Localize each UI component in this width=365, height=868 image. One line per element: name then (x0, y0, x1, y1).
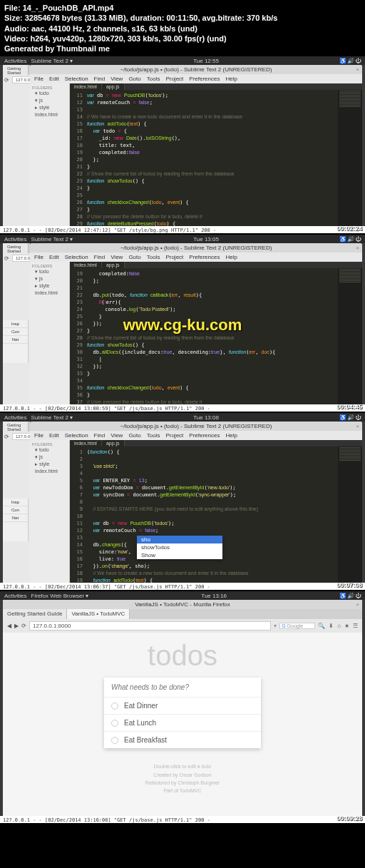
menu-tools[interactable]: Tools (147, 432, 160, 439)
menu-selection[interactable]: Selection (65, 432, 88, 439)
tab-app-js[interactable]: app.js (102, 262, 125, 268)
file-index[interactable]: index.html (32, 468, 67, 474)
app-menu[interactable]: Sublime Text 2 ▾ (31, 414, 73, 421)
code-editor[interactable]: (function() { 'use strict'; var ENTER_KE… (86, 446, 338, 583)
activities-button[interactable]: Activities (4, 58, 27, 64)
autocomplete-item[interactable]: Show (137, 551, 222, 559)
devtools-inspector[interactable]: Insp (3, 499, 28, 506)
menu-view[interactable]: View (110, 254, 123, 260)
close-icon[interactable]: × (356, 601, 359, 608)
menu-preferences[interactable]: Preferences (189, 254, 220, 260)
browser-tab[interactable]: Getting Started Guide (3, 243, 29, 253)
menu-view[interactable]: View (110, 432, 123, 439)
menu-find[interactable]: Find (94, 254, 106, 260)
close-icon[interactable]: × (356, 66, 359, 73)
menu-goto[interactable]: Goto (128, 432, 140, 439)
home-icon[interactable]: ⌂ (337, 623, 341, 629)
file-index[interactable]: index.html (32, 290, 67, 296)
menu-selection[interactable]: Selection (65, 76, 88, 82)
todo-item[interactable]: Eat Lunch (104, 714, 261, 731)
menu-view[interactable]: View (110, 76, 123, 82)
browser-tab-getting-started[interactable]: Getting Started Guide (3, 65, 29, 75)
menu-goto[interactable]: Goto (128, 254, 140, 260)
menu-find[interactable]: Find (94, 432, 106, 439)
autocomplete-item[interactable]: showTodos (137, 543, 222, 551)
menubar[interactable]: File Edit Selection Find View Goto Tools… (30, 74, 362, 83)
folder-js[interactable]: ▾ js (32, 97, 67, 104)
activities-button[interactable]: Activities (4, 236, 27, 242)
toolbar-icons[interactable]: 🔍 ⬇ ⌂ ★ ☰ (318, 623, 358, 629)
file-index[interactable]: index.html (32, 111, 67, 118)
menu-help[interactable]: Help (225, 76, 237, 82)
todo-checkbox[interactable] (111, 703, 118, 710)
tab-app-js[interactable]: app.js (102, 83, 125, 90)
new-todo-input[interactable] (104, 678, 261, 697)
menu-project[interactable]: Project (165, 432, 183, 439)
menu-help[interactable]: Help (225, 254, 237, 260)
todo-item[interactable]: Eat Breakfast (104, 731, 261, 748)
code-editor[interactable]: completed:false }; db.put(todo, function… (86, 268, 338, 404)
code-editor[interactable]: var db = new PouchDB('todos'); var remot… (86, 90, 338, 226)
forward-icon[interactable]: ▶ (14, 623, 19, 629)
activities-button[interactable]: Activities (4, 593, 27, 599)
devtools-inspector[interactable]: Insp (3, 320, 28, 328)
menu-tools[interactable]: Tools (147, 76, 160, 82)
folder-todo[interactable]: ▾ todo (32, 90, 67, 97)
app-menu[interactable]: Sublime Text 2 ▾ (31, 236, 73, 242)
autocomplete-popup[interactable]: sho showTodos Show (137, 536, 222, 559)
menu-selection[interactable]: Selection (65, 254, 88, 260)
tab-index-html[interactable]: index.html (70, 440, 102, 446)
reload-icon[interactable]: ⟳ (4, 255, 9, 262)
menu-preferences[interactable]: Preferences (189, 76, 220, 82)
system-tray[interactable]: ♿🔊⏻ (339, 58, 361, 63)
reload-icon[interactable]: ⟳ (4, 77, 9, 83)
tab-app-js[interactable]: app.js (102, 440, 125, 446)
todo-item[interactable]: Eat Dinner (104, 697, 261, 714)
menu-file[interactable]: File (34, 254, 43, 260)
folder-sidebar[interactable]: FOLDERS ▾ todo ▾ js ▸ style index.html (30, 262, 70, 404)
menu-edit[interactable]: Edit (49, 432, 59, 439)
search-box[interactable]: G Google (279, 623, 315, 629)
app-menu[interactable]: Sublime Text 2 ▾ (31, 58, 73, 64)
menu-goto[interactable]: Goto (128, 76, 140, 82)
system-tray[interactable]: ♿🔊⏻ (339, 414, 361, 420)
menu-file[interactable]: File (34, 432, 43, 439)
tab-index-html[interactable]: index.html (70, 83, 102, 90)
menu-edit[interactable]: Edit (49, 76, 59, 82)
todo-checkbox[interactable] (111, 737, 118, 744)
devtools-network[interactable]: Net (3, 514, 28, 522)
close-icon[interactable]: × (356, 423, 359, 429)
menubar[interactable]: FileEditSelectionFindViewGotoToolsProjec… (30, 431, 362, 440)
devtools-console[interactable]: Con (3, 328, 28, 336)
devtools-network[interactable]: Net (3, 336, 28, 344)
browser-tab[interactable]: Getting Started Guide (3, 422, 29, 432)
browser-tab-getting-started[interactable]: Getting Started Guide (3, 609, 67, 619)
bookmark-icon[interactable]: ★ (344, 623, 349, 629)
back-icon[interactable]: ◀ (7, 623, 11, 629)
todo-checkbox[interactable] (111, 720, 118, 727)
folder-sidebar[interactable]: FOLDERS ▾ todo ▾ js ▸ style index.html (30, 83, 70, 226)
menu-file[interactable]: File (34, 76, 43, 82)
folder-sidebar[interactable]: FOLDERS ▾ todo ▾ js ▸ style index.html (30, 440, 70, 583)
activities-button[interactable]: Activities (4, 414, 27, 421)
folder-js[interactable]: ▾ js (32, 275, 67, 282)
menu-tools[interactable]: Tools (147, 254, 160, 260)
close-icon[interactable]: × (356, 245, 359, 251)
menu-help[interactable]: Help (225, 432, 237, 439)
menu-find[interactable]: Find (94, 76, 106, 82)
folder-js[interactable]: ▾ js (32, 454, 67, 461)
devtools-console[interactable]: Con (3, 506, 28, 514)
menu-preferences[interactable]: Preferences (189, 432, 220, 439)
minimap[interactable] (338, 90, 362, 226)
folder-style[interactable]: ▸ style (32, 104, 67, 111)
url-bar[interactable]: 127.0.0.1:8000 (29, 621, 271, 630)
reload-icon[interactable]: ⟳ (4, 434, 9, 440)
search-icon[interactable]: 🔍 (318, 623, 325, 629)
minimap[interactable] (338, 268, 362, 404)
system-tray[interactable]: ♿🔊⏻ (339, 593, 361, 598)
minimap[interactable] (338, 446, 362, 583)
menu-icon[interactable]: ☰ (353, 623, 358, 629)
folder-todo[interactable]: ▾ todo (32, 268, 67, 275)
app-menu[interactable]: Firefox Web Browser ▾ (31, 593, 89, 599)
browser-tab-todomvc[interactable]: VanillaJS • TodoMVC (67, 609, 130, 619)
